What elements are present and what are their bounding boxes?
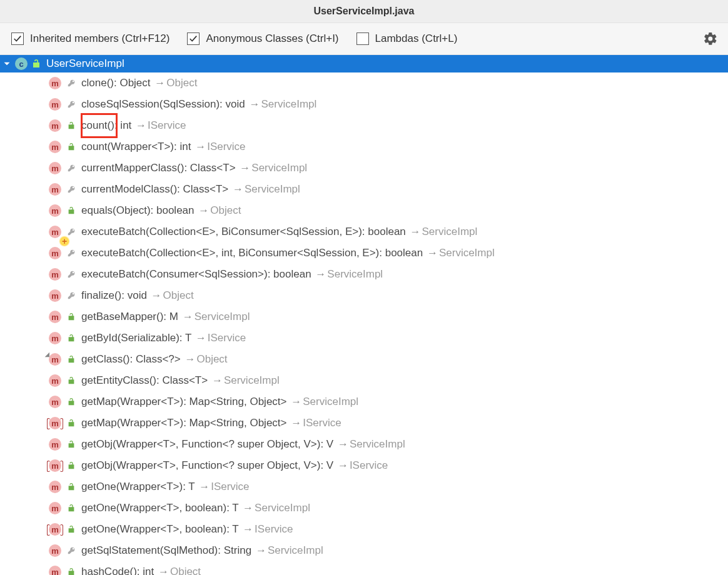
member-signature: getClass(): Class<?> →Object: [81, 353, 228, 366]
unlock-icon: [66, 333, 76, 343]
unlock-icon: [66, 461, 76, 471]
key-icon: [66, 291, 76, 301]
file-title: UserServiceImpl.java: [314, 6, 415, 17]
member-row[interactable]: mexecuteBatch(Collection<E>, BiConsumer<…: [0, 221, 728, 242]
member-signature: getBaseMapper(): M →ServiceImpl: [81, 311, 250, 323]
member-row[interactable]: mgetEntityClass(): Class<T> →ServiceImpl: [0, 370, 728, 391]
key-icon: [66, 78, 76, 88]
method-icon: m: [49, 566, 61, 575]
class-icon: c: [15, 58, 28, 70]
unlock-icon: [66, 142, 76, 152]
member-signature: getMap(Wrapper<T>): Map<String, Object> …: [81, 396, 358, 408]
member-signature: currentMapperClass(): Class<T> →ServiceI…: [81, 162, 307, 174]
member-row[interactable]: mgetMap(Wrapper<T>): Map<String, Object>…: [0, 391, 728, 412]
member-row[interactable]: m◢getClass(): Class<?> →Object: [0, 349, 728, 370]
chevron-down-icon[interactable]: [1, 58, 13, 69]
member-row[interactable]: mgetSqlStatement(SqlMethod): String →Ser…: [0, 540, 728, 561]
member-signature: clone(): Object →Object: [81, 77, 197, 89]
unlock-icon: [66, 524, 76, 534]
member-row[interactable]: mgetObj(Wrapper<T>, Function<? super Obj…: [0, 434, 728, 455]
member-signature: executeBatch(Consumer<SqlSession>): bool…: [81, 268, 383, 281]
member-row[interactable]: mequals(Object): boolean →Object: [0, 200, 728, 221]
method-icon: m: [49, 396, 61, 408]
key-icon: [66, 99, 76, 109]
gear-icon[interactable]: [703, 31, 718, 46]
title-bar: UserServiceImpl.java: [0, 0, 728, 23]
method-icon: m: [49, 247, 61, 259]
member-signature: getEntityClass(): Class<T> →ServiceImpl: [81, 374, 280, 387]
option-label: Lambdas (Ctrl+L): [375, 32, 458, 45]
unlock-icon: [66, 418, 76, 428]
member-row[interactable]: mgetOne(Wrapper<T>, boolean): T →IServic…: [0, 519, 728, 540]
option-label: Inherited members (Ctrl+F12): [30, 32, 169, 45]
method-icon: m: [49, 374, 61, 387]
member-signature: getObj(Wrapper<T>, Function<? super Obje…: [81, 459, 388, 472]
member-row[interactable]: mexecuteBatch(Consumer<SqlSession>): boo…: [0, 264, 728, 285]
member-row[interactable]: mhashCode(): int →Object: [0, 561, 728, 575]
unlock-icon: [66, 354, 76, 364]
unlock-icon: [66, 567, 76, 575]
method-icon: m◢: [49, 353, 61, 366]
unlock-icon: [66, 206, 76, 216]
method-icon: m: [49, 417, 61, 429]
unlock-icon: [66, 312, 76, 322]
member-row[interactable]: mcurrentMapperClass(): Class<T> →Service…: [0, 158, 728, 179]
option-checkbox[interactable]: Anonymous Classes (Ctrl+I): [187, 32, 338, 45]
member-signature: getOne(Wrapper<T>): T →IService: [81, 481, 250, 493]
method-icon: m: [49, 289, 61, 302]
method-icon: m: [49, 481, 61, 493]
checkbox-icon[interactable]: [11, 32, 24, 45]
unlock-icon: [66, 376, 76, 386]
member-row[interactable]: mcount(): int →IService: [0, 115, 728, 136]
member-signature: executeBatch(Collection<E>, BiConsumer<S…: [81, 226, 477, 238]
member-row[interactable]: mgetObj(Wrapper<T>, Function<? super Obj…: [0, 455, 728, 476]
method-icon: m: [49, 141, 61, 153]
member-signature: closeSqlSession(SqlSession): void →Servi…: [81, 98, 316, 111]
member-signature: getObj(Wrapper<T>, Function<? super Obje…: [81, 438, 405, 451]
method-icon: m: [49, 226, 61, 238]
method-icon: m: [49, 311, 61, 323]
method-icon: m: [49, 268, 61, 281]
member-row[interactable]: mgetMap(Wrapper<T>): Map<String, Object>…: [0, 412, 728, 434]
member-row[interactable]: mgetOne(Wrapper<T>, boolean): T →Service…: [0, 498, 728, 519]
class-header[interactable]: c UserServiceImpl: [0, 55, 728, 72]
member-list[interactable]: mclone(): Object →ObjectmcloseSqlSession…: [0, 72, 728, 575]
method-icon: m: [49, 119, 61, 132]
member-row[interactable]: mgetById(Serializable): T →IService: [0, 328, 728, 349]
member-signature: executeBatch(Collection<E>, int, BiConsu…: [81, 247, 495, 259]
member-signature: getById(Serializable): T →IService: [81, 332, 246, 344]
member-row[interactable]: mcloseSqlSession(SqlSession): void →Serv…: [0, 94, 728, 115]
class-name: UserServiceImpl: [46, 58, 124, 70]
member-signature: finalize(): void →Object: [81, 289, 194, 302]
unlock-icon: [66, 397, 76, 407]
method-icon: m: [49, 332, 61, 344]
method-icon: m: [49, 204, 61, 217]
member-row[interactable]: mfinalize(): void →Object: [0, 285, 728, 306]
member-signature: getOne(Wrapper<T>, boolean): T →IService: [81, 523, 293, 536]
key-icon: [66, 163, 76, 173]
option-label: Anonymous Classes (Ctrl+I): [206, 32, 338, 45]
member-row[interactable]: mgetOne(Wrapper<T>): T →IService: [0, 476, 728, 498]
unlock-icon: [66, 482, 76, 492]
method-icon: m: [49, 459, 61, 472]
member-row[interactable]: mgetBaseMapper(): M →ServiceImpl: [0, 306, 728, 328]
options-bar: Inherited members (Ctrl+F12) Anonymous C…: [0, 23, 728, 55]
member-signature: hashCode(): int →Object: [81, 566, 201, 575]
method-icon: m: [49, 183, 61, 196]
method-icon: m: [49, 77, 61, 89]
option-checkbox[interactable]: Lambdas (Ctrl+L): [356, 32, 458, 45]
option-checkbox[interactable]: Inherited members (Ctrl+F12): [11, 32, 169, 45]
member-signature: getOne(Wrapper<T>, boolean): T →ServiceI…: [81, 502, 310, 514]
member-row[interactable]: mexecuteBatch(Collection<E>, int, BiCons…: [0, 242, 728, 264]
checkbox-icon[interactable]: [187, 32, 200, 45]
key-icon: [66, 227, 76, 237]
key-icon: [66, 546, 76, 556]
member-signature: getMap(Wrapper<T>): Map<String, Object> …: [81, 417, 341, 429]
member-signature: equals(Object): boolean →Object: [81, 204, 241, 217]
unlock-icon: [66, 439, 76, 449]
checkbox-icon[interactable]: [356, 32, 369, 45]
member-row[interactable]: mcurrentModelClass(): Class<T> →ServiceI…: [0, 179, 728, 200]
member-row[interactable]: mcount(Wrapper<T>): int →IService: [0, 136, 728, 158]
member-row[interactable]: mclone(): Object →Object: [0, 72, 728, 94]
unlock-icon: [66, 503, 76, 513]
